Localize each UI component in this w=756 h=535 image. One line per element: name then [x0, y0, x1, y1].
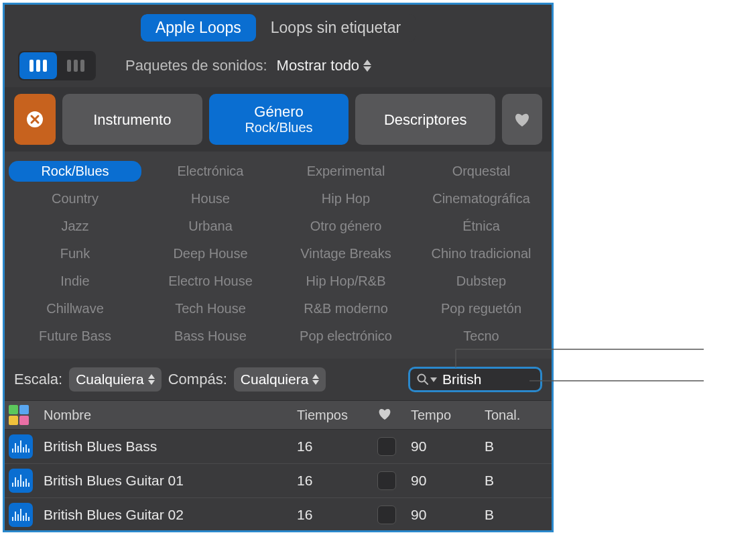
genre-chip[interactable]: Hip Hop/R&B [279, 271, 412, 292]
genre-chip[interactable]: Electro House [144, 271, 277, 292]
controls-row: Escala: Cualquiera Compás: Cualquiera [5, 359, 552, 400]
packs-row: Paquetes de sonidos: Mostrar todo [5, 48, 552, 87]
genre-chip[interactable]: Chino tradicional [415, 243, 548, 264]
favorite-checkbox[interactable] [377, 437, 396, 456]
clear-filters-button[interactable] [14, 94, 56, 145]
tab-apple-loops[interactable]: Apple Loops [141, 14, 256, 42]
genre-chip[interactable]: House [144, 188, 277, 209]
genre-chip[interactable]: Vintage Breaks [279, 243, 412, 264]
table-row[interactable]: British Blues Bass 16 90 B [5, 430, 552, 464]
genre-chip[interactable]: Urbana [144, 216, 277, 237]
genre-chip[interactable]: Bass House [144, 326, 277, 347]
genre-chip[interactable]: Orquestal [415, 161, 548, 182]
genre-chip[interactable]: Jazz [9, 216, 141, 237]
view-list-button[interactable] [57, 52, 94, 79]
svg-line-10 [424, 381, 428, 384]
col-name[interactable]: Nombre [44, 408, 297, 423]
svg-marker-6 [148, 380, 155, 385]
genre-chip[interactable]: Experimental [279, 161, 412, 182]
heart-icon [513, 111, 531, 127]
genre-chip[interactable]: Funk [9, 243, 141, 264]
genre-chip[interactable]: R&B moderno [279, 298, 412, 319]
search-icon [417, 373, 437, 385]
genre-chip[interactable]: Otro género [279, 216, 412, 237]
col-beats[interactable]: Tiempos [297, 408, 377, 423]
filter-favorites-button[interactable] [502, 94, 542, 145]
col-fav[interactable] [377, 407, 411, 424]
genre-chip[interactable]: Deep House [144, 243, 277, 264]
genre-chip[interactable]: Rock/Blues [9, 161, 141, 182]
genre-chip[interactable]: Electrónica [144, 161, 277, 182]
filter-genre-value: Rock/Blues [245, 120, 312, 135]
signature-label: Compás: [168, 371, 227, 388]
svg-marker-8 [312, 380, 319, 385]
cell-name: British Blues Guitar 01 [44, 473, 297, 489]
genre-grid: Rock/Blues Electrónica Experimental Orqu… [5, 152, 552, 359]
scale-value: Cualquiera [76, 371, 144, 388]
heart-icon [377, 407, 392, 420]
genre-chip[interactable]: Étnica [415, 216, 548, 237]
filter-descriptors-label: Descriptores [384, 111, 466, 128]
genre-chip[interactable]: Tech House [144, 298, 277, 319]
chevron-down-icon [430, 377, 437, 382]
genre-chip[interactable]: Tecno [415, 326, 548, 347]
signature-select[interactable]: Cualquiera [234, 367, 326, 392]
genre-chip[interactable]: Country [9, 188, 141, 209]
filter-descriptors-button[interactable]: Descriptores [355, 94, 495, 145]
cell-tempo: 90 [411, 473, 485, 489]
svg-marker-7 [312, 374, 319, 379]
svg-marker-0 [363, 60, 371, 65]
svg-marker-11 [430, 377, 437, 382]
filter-instrument-button[interactable]: Instrumento [62, 94, 202, 145]
scale-label: Escala: [14, 371, 62, 388]
filter-pill-row: Instrumento Género Rock/Blues Descriptor… [5, 87, 552, 152]
cell-name: British Blues Guitar 02 [44, 507, 297, 523]
table-row[interactable]: British Blues Guitar 01 16 90 B [5, 464, 552, 498]
search-field[interactable] [408, 367, 542, 392]
favorite-checkbox[interactable] [377, 471, 396, 490]
cell-beats: 16 [297, 507, 377, 523]
cell-tempo: 90 [411, 438, 485, 455]
sound-packs-label: Paquetes de sonidos: [125, 57, 267, 74]
col-key[interactable]: Tonal. [485, 408, 545, 423]
genre-chip[interactable]: Dubstep [415, 271, 548, 292]
tab-untagged-loops[interactable]: Loops sin etiquetar [256, 14, 416, 42]
audio-loop-icon [9, 503, 33, 527]
filter-instrument-label: Instrumento [93, 111, 171, 128]
loop-type-header[interactable] [9, 405, 44, 425]
svg-marker-1 [363, 66, 371, 72]
cell-name: British Blues Bass [44, 438, 297, 455]
cell-tempo: 90 [411, 507, 485, 523]
cell-key: B [485, 438, 545, 455]
search-input[interactable] [442, 371, 554, 388]
updown-icon [363, 60, 371, 72]
sound-packs-select[interactable]: Mostrar todo [277, 57, 372, 74]
genre-chip[interactable]: Pop reguetón [415, 298, 548, 319]
updown-icon [148, 374, 155, 385]
favorite-checkbox[interactable] [377, 506, 396, 524]
filter-genre-label: Género [254, 103, 303, 120]
genre-chip[interactable]: Future Bass [9, 326, 141, 347]
loop-browser-panel: Apple Loops Loops sin etiquetar Paquetes… [3, 3, 554, 532]
columns-icon [67, 60, 84, 72]
genre-chip[interactable]: Cinematográfica [415, 188, 548, 209]
cell-beats: 16 [297, 438, 377, 455]
results-body: British Blues Bass 16 90 B British Blues… [5, 430, 552, 532]
view-columns-button[interactable] [19, 52, 57, 79]
audio-loop-icon [9, 434, 33, 459]
signature-value: Cualquiera [241, 371, 309, 388]
genre-chip[interactable]: Chillwave [9, 298, 141, 319]
audio-loop-icon [9, 469, 33, 493]
close-circle-icon [26, 111, 44, 128]
loop-type-tabs: Apple Loops Loops sin etiquetar [5, 5, 552, 48]
genre-chip[interactable]: Pop electrónico [279, 326, 412, 347]
filter-genre-button[interactable]: Género Rock/Blues [209, 94, 349, 145]
columns-icon [29, 60, 47, 72]
cell-key: B [485, 473, 545, 489]
col-tempo[interactable]: Tempo [411, 408, 485, 423]
scale-select[interactable]: Cualquiera [69, 367, 162, 392]
table-row[interactable]: British Blues Guitar 02 16 90 B [5, 498, 552, 532]
loop-type-icon [9, 405, 29, 425]
genre-chip[interactable]: Indie [9, 271, 141, 292]
genre-chip[interactable]: Hip Hop [279, 188, 412, 209]
